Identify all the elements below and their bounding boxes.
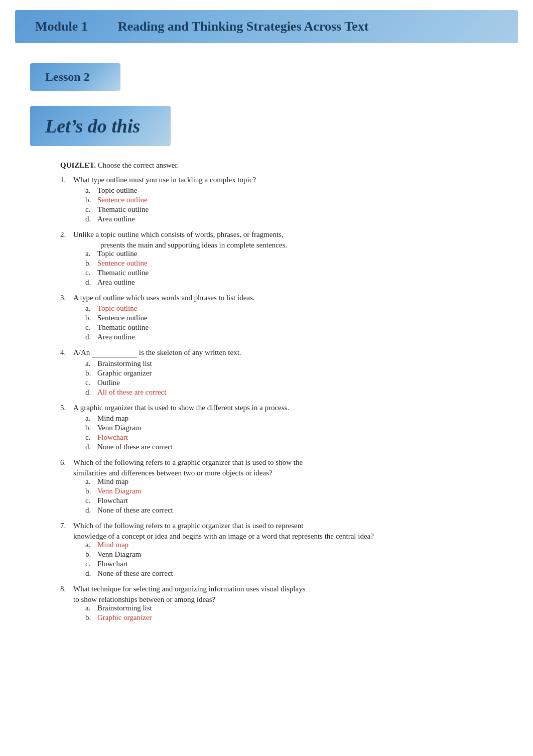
lesson-banner: Lesson 2 [30,63,120,91]
choice-text: Mind map [97,541,128,549]
choice-text: Brainstorming list [97,604,152,612]
choice-item: a.Brainstorming list [85,359,493,368]
choice-letter: b. [85,613,95,622]
choice-item: b.Venn Diagram [85,550,493,559]
choice-text: Graphic organizer [97,613,152,622]
choice-text: None of these are correct [97,506,173,515]
choice-list: a.Mind mapb.Venn Diagramc.Flowchartd.Non… [85,477,493,515]
choice-letter: d. [85,443,95,451]
choice-text: Venn Diagram [97,550,141,559]
choice-item: b.Graphic organizer [85,369,493,377]
choice-letter: b. [85,369,95,377]
question-text: 1.What type outline must you use in tack… [60,176,493,184]
question-number: 5. [60,404,70,412]
question-number: 6. [60,458,70,467]
question-text: 4.A/An is the skeleton of any written te… [60,348,493,357]
choice-item: b.Sentence outline [85,259,493,268]
choice-letter: a. [85,541,95,549]
module-title: Reading and Thinking Strategies Across T… [118,19,369,34]
choice-letter: b. [85,196,95,204]
choice-letter: b. [85,424,95,432]
question-item: 3.A type of outline which uses words and… [60,294,493,341]
question-item: 6.Which of the following refers to a gra… [60,458,493,515]
choice-letter: a. [85,604,95,612]
question-item: 7.Which of the following refers to a gra… [60,522,493,578]
choice-text: None of these are correct [97,443,173,451]
choice-letter: b. [85,550,95,559]
choice-list: a.Brainstorming listb.Graphic organizerc… [85,359,493,397]
question-number: 7. [60,522,70,530]
question-body: A graphic organizer that is used to show… [73,404,289,412]
choice-letter: c. [85,560,95,568]
choice-item: b.Venn Diagram [85,424,493,432]
choice-letter: d. [85,333,95,341]
choice-text: Area outline [97,215,135,223]
choice-item: a.Topic outline [85,304,493,313]
choice-letter: c. [85,205,95,214]
choice-text: Sentence outline [97,314,148,322]
choice-item: d.None of these are correct [85,506,493,515]
question-body: A/An is the skeleton of any written text… [73,348,241,357]
choice-item: c.Thematic outline [85,269,493,277]
choice-text: Venn Diagram [97,487,141,495]
choice-item: c.Thematic outline [85,323,493,332]
choice-item: c.Flowchart [85,560,493,568]
choice-list: a.Topic outlineb.Sentence outlinec.Thema… [85,304,493,341]
choice-item: c.Outline [85,379,493,387]
question-item: 1.What type outline must you use in tack… [60,176,493,223]
choice-letter: a. [85,249,95,258]
choice-letter: c. [85,269,95,277]
choice-item: d.None of these are correct [85,443,493,451]
content-area: QUIZLET. Choose the correct answer. 1.Wh… [60,161,493,622]
module-header: Module 1 Reading and Thinking Strategies… [15,10,518,43]
question-body: What technique for selecting and organiz… [73,585,306,593]
choice-letter: c. [85,379,95,387]
choice-text: Thematic outline [97,205,149,214]
choice-list: a.Brainstorming listb.Graphic organizer [85,604,493,622]
choice-item: d.Area outline [85,278,493,287]
choice-list: a.Topic outlineb.Sentence outlinec.Thema… [85,186,493,223]
choice-item: a.Topic outline [85,249,493,258]
choice-item: d.None of these are correct [85,569,493,578]
question-continuation: presents the main and supporting ideas i… [100,241,493,249]
choice-text: Area outline [97,333,135,341]
choice-item: a.Mind map [85,541,493,549]
choice-letter: d. [85,388,95,397]
choice-text: Flowchart [97,433,128,442]
choice-letter: c. [85,433,95,442]
choice-item: a.Brainstorming list [85,604,493,612]
quizlet-text: Choose the correct answer. [96,161,179,169]
quizlet-instruction: QUIZLET. Choose the correct answer. [60,161,493,170]
choice-text: Flowchart [97,560,128,568]
question-body: Unlike a topic outline which consists of… [73,230,284,239]
choice-item: b.Graphic organizer [85,613,493,622]
choice-list: a.Topic outlineb.Sentence outlinec.Thema… [85,249,493,287]
choice-text: Venn Diagram [97,424,141,432]
choice-letter: d. [85,215,95,223]
choice-item: b.Sentence outline [85,314,493,322]
choice-letter: b. [85,259,95,268]
question-continuation: to show relationships between or among i… [73,595,493,604]
choice-letter: a. [85,304,95,313]
question-text: 7.Which of the following refers to a gra… [60,522,493,530]
choice-letter: a. [85,477,95,486]
question-item: 4.A/An is the skeleton of any written te… [60,348,493,397]
choice-item: d.All of these are correct [85,388,493,397]
choice-item: c.Flowchart [85,496,493,505]
question-body: Which of the following refers to a graph… [73,458,303,467]
choice-text: None of these are correct [97,569,173,578]
choice-letter: b. [85,487,95,495]
question-number: 3. [60,294,70,302]
choice-letter: a. [85,359,95,368]
choice-item: d.Area outline [85,215,493,223]
question-number: 4. [60,348,70,357]
question-continuation: similarities and differences between two… [73,469,493,477]
question-number: 8. [60,585,70,593]
choice-letter: a. [85,186,95,195]
choice-text: Brainstorming list [97,359,152,368]
choice-item: a.Topic outline [85,186,493,195]
question-number: 1. [60,176,70,184]
question-text: 3.A type of outline which uses words and… [60,294,493,302]
question-text: 8.What technique for selecting and organ… [60,585,493,593]
choice-text: Topic outline [97,304,137,313]
